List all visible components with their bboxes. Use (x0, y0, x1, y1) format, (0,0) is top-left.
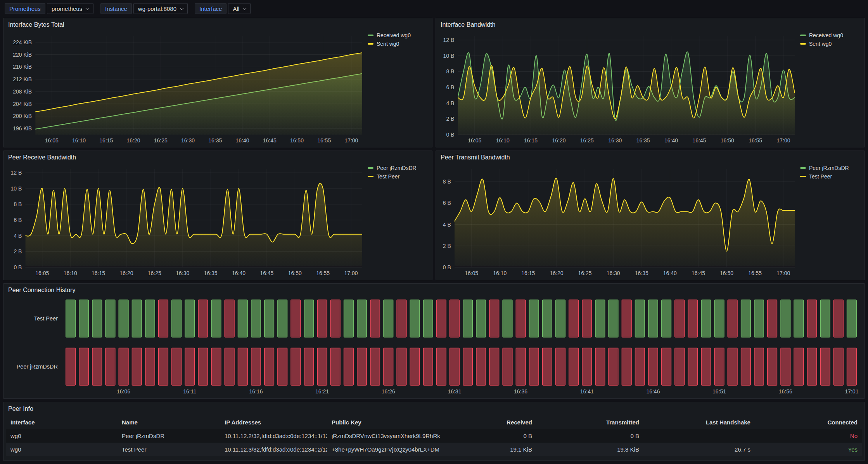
status-bar-down[interactable] (595, 348, 605, 385)
status-bar-up[interactable] (211, 300, 221, 337)
status-bar-down[interactable] (159, 300, 168, 337)
status-bar-down[interactable] (92, 348, 102, 385)
panel-title-peer-receive-bandwidth[interactable]: Peer Receive Bandwidth (3, 151, 432, 164)
status-bar-up[interactable] (384, 300, 393, 337)
status-bar-down[interactable] (410, 348, 420, 385)
peer-receive-bandwidth-chart[interactable]: 16:0516:1016:1516:2016:2516:3016:3516:40… (6, 164, 365, 278)
status-bar-up[interactable] (556, 300, 565, 337)
status-bar-down[interactable] (317, 300, 327, 337)
status-bar-up[interactable] (847, 300, 857, 337)
status-bar-down[interactable] (304, 348, 314, 385)
status-bar-down[interactable] (397, 300, 406, 337)
status-bar-down[interactable] (463, 348, 473, 385)
status-bar-down[interactable] (278, 348, 287, 385)
status-bar-down[interactable] (622, 300, 631, 337)
column-header-received[interactable]: Received (464, 416, 537, 429)
status-bar-down[interactable] (344, 348, 354, 385)
status-bar-down[interactable] (211, 348, 221, 385)
status-bar-up[interactable] (463, 300, 473, 337)
status-bar-down[interactable] (66, 348, 76, 385)
status-bar-down[interactable] (635, 348, 645, 385)
status-bar-up[interactable] (66, 300, 76, 337)
peer-transmit-bandwidth-chart[interactable]: 16:0516:1016:1516:2016:2516:3016:3516:40… (438, 164, 797, 278)
status-bar-up[interactable] (529, 300, 539, 337)
legend-item-received-wg0[interactable]: Received wg0 (368, 32, 427, 38)
status-bar-down[interactable] (807, 300, 817, 337)
legend-item-test-peer[interactable]: Test Peer (800, 173, 860, 180)
status-bar-down[interactable] (159, 348, 168, 385)
status-bar-down[interactable] (172, 348, 182, 385)
interface-bytes-total-chart[interactable]: 16:0516:1016:1516:2016:2516:3016:3516:40… (6, 31, 365, 145)
status-bar-down[interactable] (265, 348, 274, 385)
status-bar-down[interactable] (768, 300, 777, 337)
status-bar-down[interactable] (728, 300, 737, 337)
column-header-name[interactable]: Name (117, 416, 220, 429)
column-header-last-handshake[interactable]: Last Handshake (644, 416, 755, 429)
status-bar-down[interactable] (145, 348, 155, 385)
status-bar-down[interactable] (370, 300, 380, 337)
status-bar-up[interactable] (595, 300, 605, 337)
status-bar-down[interactable] (622, 348, 631, 385)
status-bar-down[interactable] (675, 348, 685, 385)
status-bar-down[interactable] (820, 348, 830, 385)
column-header-connected[interactable]: Connected (755, 416, 862, 429)
panel-title-interface-bandwidth[interactable]: Interface Bandwidth (436, 18, 865, 31)
status-bar-down[interactable] (238, 348, 248, 385)
status-bar-up[interactable] (238, 300, 248, 337)
legend-item-sent-wg0[interactable]: Sent wg0 (800, 41, 860, 47)
status-bar-down[interactable] (556, 348, 565, 385)
status-bar-down[interactable] (489, 348, 499, 385)
status-bar-down[interactable] (516, 348, 526, 385)
status-bar-up[interactable] (278, 300, 287, 337)
status-bar-down[interactable] (79, 348, 89, 385)
status-bar-down[interactable] (714, 348, 724, 385)
status-bar-down[interactable] (185, 348, 195, 385)
status-bar-down[interactable] (648, 348, 658, 385)
legend-item-test-peer[interactable]: Test Peer (368, 173, 427, 180)
status-bar-up[interactable] (185, 300, 195, 337)
status-bar-up[interactable] (344, 300, 354, 337)
status-bar-down[interactable] (357, 348, 367, 385)
status-bar-up[interactable] (662, 300, 671, 337)
status-bar-down[interactable] (397, 348, 406, 385)
status-bar-up[interactable] (741, 300, 751, 337)
column-header-public-key[interactable]: Public Key (327, 416, 464, 429)
legend-item-sent-wg0[interactable]: Sent wg0 (368, 41, 427, 47)
status-bar-down[interactable] (582, 300, 592, 337)
status-bar-up[interactable] (754, 300, 764, 337)
peer-connection-history-chart[interactable]: Test PeerPeer jRzmDsDR16:0616:1116:1616:… (6, 297, 862, 397)
status-bar-down[interactable] (251, 348, 261, 385)
interface-bandwidth-chart[interactable]: 16:0516:1016:1516:2016:2516:3016:3516:40… (438, 31, 797, 145)
status-bar-down[interactable] (489, 300, 499, 337)
status-bar-down[interactable] (688, 348, 698, 385)
status-bar-down[interactable] (847, 348, 857, 385)
status-bar-up[interactable] (714, 300, 724, 337)
status-bar-up[interactable] (410, 300, 420, 337)
status-bar-down[interactable] (569, 348, 579, 385)
status-bar-down[interactable] (423, 348, 433, 385)
status-bar-down[interactable] (225, 348, 234, 385)
panel-title-interface-bytes-total[interactable]: Interface Bytes Total (3, 18, 432, 31)
status-bar-down[interactable] (437, 300, 446, 337)
status-bar-down[interactable] (119, 348, 128, 385)
panel-title-peer-info[interactable]: Peer Info (3, 402, 865, 416)
panel-title-peer-transmit-bandwidth[interactable]: Peer Transmit Bandwidth (436, 151, 865, 164)
status-bar-down[interactable] (529, 348, 539, 385)
column-header-interface[interactable]: Interface (6, 416, 117, 429)
status-bar-up[interactable] (476, 300, 486, 337)
status-bar-up[interactable] (304, 300, 314, 337)
status-bar-down[interactable] (384, 348, 393, 385)
status-bar-up[interactable] (781, 300, 790, 337)
status-bar-up[interactable] (105, 300, 115, 337)
status-bar-down[interactable] (728, 348, 737, 385)
status-bar-down[interactable] (834, 348, 844, 385)
status-bar-down[interactable] (768, 348, 777, 385)
status-bar-down[interactable] (317, 348, 327, 385)
status-bar-down[interactable] (543, 348, 552, 385)
status-bar-down[interactable] (582, 348, 592, 385)
status-bar-down[interactable] (198, 300, 208, 337)
status-bar-down[interactable] (754, 348, 764, 385)
var-instance-select[interactable]: wg-portal:8080 (133, 3, 188, 14)
status-bar-down[interactable] (688, 300, 698, 337)
legend-item-peer-jrzmdsdr[interactable]: Peer jRzmDsDR (368, 165, 427, 171)
